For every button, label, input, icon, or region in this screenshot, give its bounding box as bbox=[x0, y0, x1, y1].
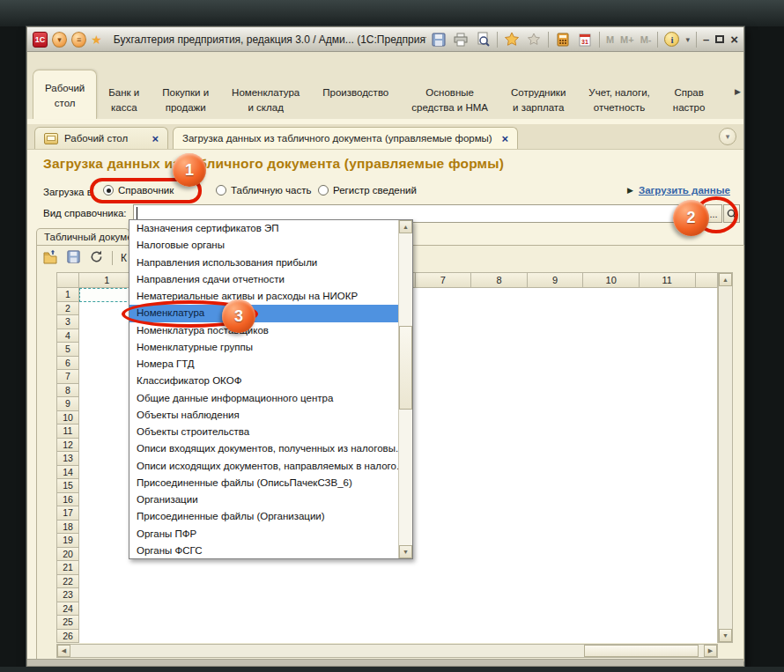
dropdown-item[interactable]: Направления использования прибыли bbox=[129, 255, 399, 271]
load-data-link[interactable]: ▶ Загрузить данные bbox=[627, 185, 730, 196]
column-header[interactable]: 11 bbox=[640, 272, 696, 288]
main-menu-button[interactable]: ▾ bbox=[52, 32, 67, 48]
dropdown-item[interactable]: Описи исходящих документов, направляемых… bbox=[129, 458, 399, 475]
row-header[interactable]: 4 bbox=[56, 329, 79, 343]
radio-tabular-section[interactable]: Табличную часть bbox=[216, 185, 311, 196]
memory-minus-button[interactable]: M- bbox=[640, 34, 652, 45]
row-header[interactable]: 5 bbox=[56, 343, 79, 357]
scrollbar-thumb[interactable] bbox=[584, 645, 699, 657]
section-tab[interactable]: Производство bbox=[311, 80, 400, 119]
scrollbar-thumb[interactable] bbox=[399, 326, 412, 410]
row-header[interactable]: 24 bbox=[56, 602, 79, 617]
dropdown-item[interactable]: Направления сдачи отчетности bbox=[129, 271, 399, 288]
row-header[interactable]: 23 bbox=[56, 588, 79, 602]
dropdown-item[interactable]: Номенклатурные группы bbox=[129, 339, 399, 356]
search-button[interactable] bbox=[723, 204, 740, 223]
column-header[interactable]: 7 bbox=[416, 272, 472, 288]
row-header[interactable]: 18 bbox=[56, 521, 79, 535]
favorites-list-icon[interactable] bbox=[526, 32, 542, 48]
dropdown-item[interactable]: Номенклатура поставщиков bbox=[129, 322, 399, 339]
dropdown-item[interactable]: Нематериальные активы и расходы на НИОКР bbox=[129, 288, 399, 305]
close-button[interactable]: × bbox=[730, 33, 738, 46]
dropdown-item[interactable]: Налоговые органы bbox=[129, 237, 399, 254]
row-header[interactable]: 8 bbox=[56, 384, 79, 398]
vertical-scrollbar[interactable]: ▲ ▼ bbox=[718, 272, 733, 643]
row-header[interactable]: 20 bbox=[56, 548, 79, 562]
row-header[interactable]: 21 bbox=[56, 561, 79, 575]
selected-cell[interactable] bbox=[79, 288, 136, 302]
horizontal-scrollbar[interactable]: ◀ ▶ bbox=[56, 644, 718, 658]
calendar-icon[interactable]: 31 bbox=[577, 32, 593, 48]
print-icon[interactable] bbox=[453, 32, 469, 48]
minimize-button[interactable]: – bbox=[703, 33, 709, 46]
tab-list-dropdown-button[interactable]: ▾ bbox=[719, 128, 736, 145]
section-tab[interactable]: Сотрудники и зарплата bbox=[499, 80, 577, 119]
save-file-icon[interactable] bbox=[66, 249, 81, 268]
row-header[interactable]: 16 bbox=[56, 493, 79, 507]
info-button[interactable]: i bbox=[664, 32, 679, 47]
column-header[interactable] bbox=[696, 272, 718, 288]
dropdown-item[interactable]: Номенклатура bbox=[129, 305, 399, 321]
scroll-down-icon[interactable]: ▼ bbox=[719, 629, 732, 642]
column-header[interactable]: 10 bbox=[583, 272, 640, 288]
dropdown-item[interactable]: Объекты наблюдения bbox=[129, 407, 399, 424]
row-header[interactable]: 3 bbox=[56, 315, 79, 329]
row-header[interactable]: 26 bbox=[56, 630, 79, 644]
section-tab[interactable]: Номенклатура и склад bbox=[220, 80, 311, 119]
memory-plus-button[interactable]: M+ bbox=[620, 34, 634, 45]
section-tab[interactable]: Рабочий стол bbox=[33, 70, 97, 119]
dropdown-item[interactable]: Организации bbox=[129, 491, 399, 508]
dropdown-item[interactable]: Номера ГТД bbox=[129, 356, 399, 373]
close-tab-icon[interactable]: × bbox=[152, 133, 159, 144]
add-favorite-icon[interactable] bbox=[504, 32, 520, 48]
scroll-down-icon[interactable]: ▼ bbox=[399, 545, 412, 558]
scroll-up-icon[interactable]: ▲ bbox=[399, 220, 412, 233]
dropdown-item[interactable]: Объекты строительства bbox=[129, 424, 399, 440]
row-header[interactable]: 1 bbox=[56, 288, 79, 302]
row-header[interactable]: 14 bbox=[56, 466, 79, 480]
calculator-icon[interactable] bbox=[555, 32, 571, 48]
refresh-icon[interactable] bbox=[89, 249, 104, 268]
tabs-scroll-right-icon[interactable]: ▶ bbox=[735, 87, 741, 96]
section-tab[interactable]: Учет, налоги, отчетность bbox=[577, 80, 662, 119]
memory-m-button[interactable]: M bbox=[606, 34, 614, 45]
section-tab[interactable]: Справ настро bbox=[662, 80, 717, 119]
radio-catalog[interactable]: Справочник bbox=[103, 185, 174, 196]
section-tab[interactable]: Банк и касса bbox=[97, 80, 151, 119]
row-header[interactable]: 17 bbox=[56, 506, 79, 521]
scroll-right-icon[interactable]: ▶ bbox=[704, 645, 717, 657]
row-header[interactable]: 10 bbox=[56, 411, 79, 425]
row-header[interactable]: 22 bbox=[56, 575, 79, 589]
row-header[interactable]: 11 bbox=[56, 425, 79, 439]
row-header[interactable]: 9 bbox=[56, 397, 79, 411]
row-header[interactable]: 13 bbox=[56, 452, 79, 466]
choose-button[interactable]: ... bbox=[705, 204, 722, 223]
grid-corner-cell[interactable] bbox=[56, 272, 79, 288]
row-header[interactable]: 25 bbox=[56, 616, 79, 630]
section-tab[interactable]: Основные средства и НМА bbox=[400, 80, 499, 119]
service-menu-button[interactable]: ≡ bbox=[71, 32, 86, 48]
favorites-star-icon[interactable]: ★ bbox=[91, 33, 102, 46]
control-fill-button[interactable]: К bbox=[121, 252, 127, 264]
dropdown-item[interactable]: Присоединенные файлы (Организации) bbox=[129, 508, 399, 525]
column-header[interactable]: 8 bbox=[471, 272, 528, 288]
close-tab-icon[interactable]: × bbox=[501, 133, 508, 144]
row-header[interactable]: 2 bbox=[56, 302, 79, 316]
scroll-left-icon[interactable]: ◀ bbox=[57, 645, 70, 657]
dropdown-scrollbar[interactable]: ▲ ▼ bbox=[398, 220, 412, 558]
row-header[interactable]: 19 bbox=[56, 534, 79, 548]
scroll-up-icon[interactable]: ▲ bbox=[719, 273, 732, 286]
save-icon[interactable] bbox=[431, 32, 447, 48]
tab-spreadsheet-document[interactable]: Табличный документ bbox=[36, 228, 129, 246]
column-header[interactable]: 9 bbox=[528, 272, 584, 288]
open-file-icon[interactable] bbox=[42, 249, 58, 268]
row-header[interactable]: 12 bbox=[56, 439, 79, 453]
row-header[interactable]: 7 bbox=[56, 370, 79, 384]
print-preview-icon[interactable] bbox=[475, 32, 491, 48]
dropdown-item[interactable]: Присоединенные файлы (ОписьПачекСЗВ_6) bbox=[129, 475, 399, 491]
maximize-button[interactable] bbox=[715, 35, 724, 43]
dropdown-item[interactable]: Назначения сертификатов ЭП bbox=[129, 220, 399, 237]
column-header[interactable]: 1 bbox=[79, 272, 136, 288]
info-dropdown-icon[interactable]: ▾ bbox=[685, 35, 690, 44]
dropdown-item[interactable]: Описи входящих документов, полученных из… bbox=[129, 440, 399, 457]
